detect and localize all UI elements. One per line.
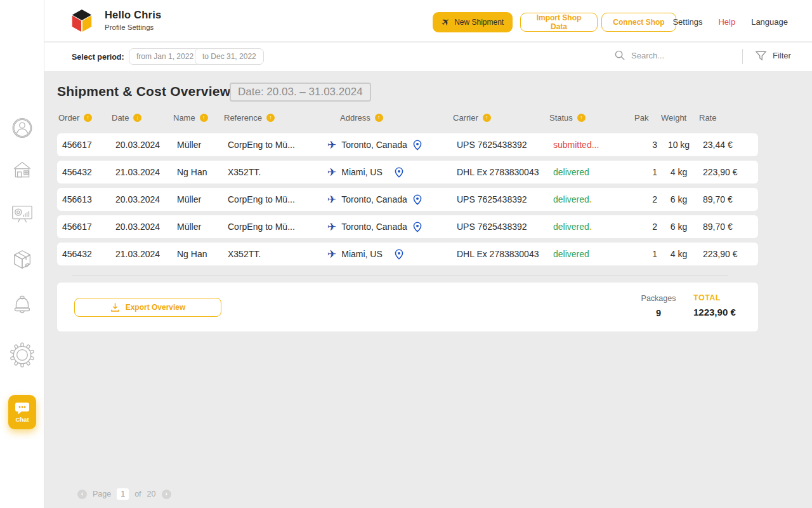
carrier-cell: DHL Ex 2783830043 <box>457 167 553 177</box>
location-pin-icon[interactable] <box>394 249 404 260</box>
col-header-address[interactable]: Address↑ <box>324 113 453 123</box>
order-cell: 456613 <box>62 194 115 204</box>
filter-funnel-icon <box>755 50 767 61</box>
address-cell: ✈ Miami, US <box>327 249 457 260</box>
table-row[interactable]: 456432 21.03.2024 Ng Han X352TT. ✈ Miami… <box>57 243 758 265</box>
prev-page-button[interactable]: ‹ <box>77 490 87 499</box>
col-header-weight[interactable]: Weight <box>657 113 693 123</box>
chat-button[interactable]: Chat <box>8 395 36 429</box>
new-shipment-button[interactable]: ✈ New Shipment <box>433 12 513 32</box>
table-body: 456617 20.03.2024 Müller CorpEng to Mü..… <box>57 133 758 270</box>
page-title: Shipment & Cost Overview <box>57 84 230 99</box>
pak-cell: 3 <box>638 140 661 150</box>
order-cell: 456432 <box>62 249 115 259</box>
location-pin-icon[interactable] <box>412 194 422 205</box>
rate-cell: 89,70 € <box>697 194 758 204</box>
location-pin-icon[interactable] <box>412 222 422 232</box>
user-icon[interactable] <box>10 116 34 140</box>
weight-cell: 4 kg <box>661 249 697 259</box>
name-cell: Müller <box>177 222 228 232</box>
divider <box>72 275 728 276</box>
address-cell: ✈ Toronto, Canada <box>327 222 457 232</box>
table-row[interactable]: 456432 21.03.2024 Ng Han X352TT. ✈ Miami… <box>57 161 758 184</box>
search-icon <box>614 50 625 61</box>
summary-card: Export Overview Packages 9 TOTAL 1223,90… <box>57 283 758 331</box>
select-period-label: Select period: <box>72 53 124 62</box>
date-to-input[interactable]: to Dec 31, 2022 <box>195 48 264 65</box>
location-pin-icon[interactable] <box>394 167 404 178</box>
sort-icon[interactable]: ↑ <box>577 114 586 122</box>
sort-icon[interactable]: ↑ <box>84 114 92 122</box>
col-header-carrier[interactable]: Carrier↑ <box>453 113 549 123</box>
filter-button[interactable]: Filter <box>755 50 791 61</box>
col-header-pak[interactable]: Pak <box>634 113 657 123</box>
packages-value: 9 <box>636 308 681 318</box>
date-cell: 21.03.2024 <box>115 249 177 259</box>
plane-icon: ✈ <box>439 16 452 29</box>
sort-icon[interactable]: ↑ <box>200 114 208 122</box>
table-row[interactable]: 456613 20.03.2024 Müller CorpEng to Mü..… <box>57 188 758 211</box>
filter-bar: Select period: from Jan 1, 2022 to Dec 3… <box>44 43 812 71</box>
sort-icon[interactable]: ↑ <box>266 114 275 122</box>
total-value: 1223,90 € <box>693 307 736 318</box>
top-bar: Hello Chris Profile Settings ✈ New Shipm… <box>44 0 812 42</box>
reference-cell: X352TT. <box>228 249 327 259</box>
weight-cell: 6 kg <box>661 194 697 204</box>
reference-cell: CorpEng to Mü... <box>228 222 327 232</box>
greeting-text: Hello Chris <box>105 9 161 21</box>
pak-cell: 1 <box>638 249 661 259</box>
settings-link[interactable]: Settings <box>672 17 702 27</box>
col-header-name[interactable]: Name↑ <box>173 113 224 123</box>
status-cell: submitted... <box>553 140 638 150</box>
chat-bubble-icon <box>15 402 30 415</box>
name-cell: Ng Han <box>177 249 228 259</box>
shipment-plane-icon: ✈ <box>327 249 336 260</box>
carrier-cell: UPS 7625438392 <box>457 194 553 204</box>
status-cell: delivered. <box>553 222 638 232</box>
bell-icon[interactable] <box>11 295 34 318</box>
profile-settings-link[interactable]: Profile Settings <box>105 23 161 31</box>
sort-icon[interactable]: ↑ <box>375 114 383 122</box>
shipment-plane-icon: ✈ <box>327 167 336 178</box>
date-cell: 20.03.2024 <box>115 140 177 150</box>
sort-icon[interactable]: ↓ <box>133 114 141 122</box>
col-header-reference[interactable]: Reference↑ <box>224 113 324 123</box>
export-overview-button[interactable]: Export Overview <box>74 298 221 317</box>
import-shop-data-button[interactable]: Import Shop Data <box>520 13 598 32</box>
pak-cell: 2 <box>638 194 661 204</box>
app-window: Chat Hello Chris Profile Settings ✈ New … <box>0 0 812 508</box>
name-cell: Müller <box>177 140 228 150</box>
language-link[interactable]: Language <box>751 17 788 27</box>
date-cell: 21.03.2024 <box>115 167 177 177</box>
search-box[interactable] <box>614 50 726 61</box>
status-cell: delivered <box>553 167 638 177</box>
profile-greeting-block[interactable]: Hello Chris Profile Settings <box>105 9 161 31</box>
reference-cell: CorpEng to Mü... <box>228 194 327 204</box>
connect-shop-button[interactable]: Connect Shop <box>601 13 676 32</box>
date-from-input[interactable]: from Jan 1, 2022 <box>129 48 201 65</box>
sort-icon[interactable]: ↑ <box>483 114 491 122</box>
help-link[interactable]: Help <box>718 17 735 27</box>
home-icon[interactable] <box>10 159 34 182</box>
next-page-button[interactable]: › <box>162 490 171 499</box>
total-label: TOTAL <box>693 293 736 302</box>
col-header-order[interactable]: Order↑ <box>58 113 112 123</box>
weight-cell: 4 kg <box>661 167 697 177</box>
table-row[interactable]: 456617 20.03.2024 Müller CorpEng to Mü..… <box>57 215 758 238</box>
date-range-box[interactable]: Date: 20.03. – 31.03.2024 <box>230 83 371 102</box>
location-pin-icon[interactable] <box>412 140 422 150</box>
col-header-status[interactable]: Status↑ <box>549 113 634 123</box>
col-header-date[interactable]: Date↓ <box>112 113 173 123</box>
packages-label: Packages <box>636 294 681 303</box>
package-icon[interactable] <box>10 248 34 272</box>
current-page[interactable]: 1 <box>117 488 129 500</box>
reports-board-icon[interactable] <box>10 202 34 226</box>
name-cell: Ng Han <box>177 167 228 177</box>
col-header-rate[interactable]: Rate <box>693 113 758 123</box>
brand-cube-logo[interactable] <box>70 8 94 34</box>
status-cell: delivered <box>553 249 638 259</box>
table-row[interactable]: 456617 20.03.2024 Müller CorpEng to Mü..… <box>57 133 758 156</box>
gear-icon[interactable] <box>9 342 36 368</box>
order-cell: 456432 <box>62 167 115 177</box>
search-input[interactable] <box>631 51 726 60</box>
